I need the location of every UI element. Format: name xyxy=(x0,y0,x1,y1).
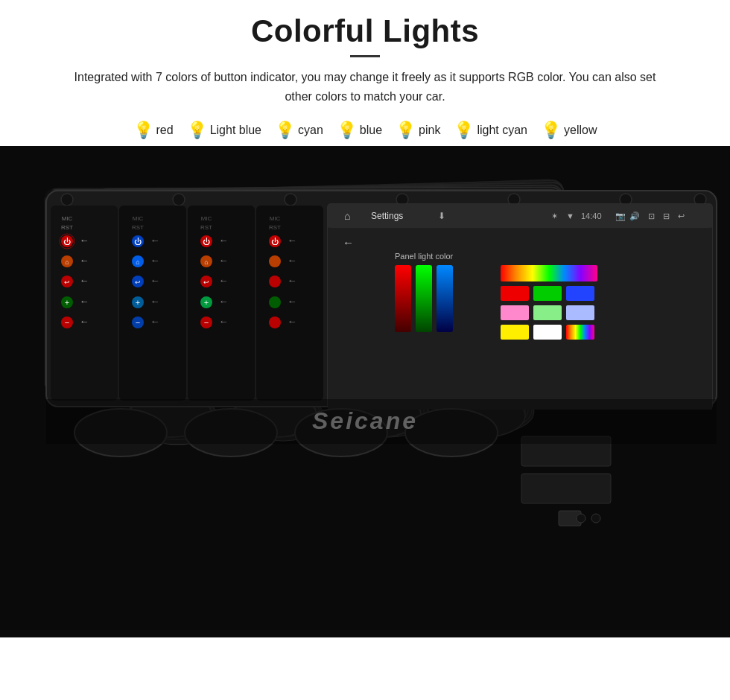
main-image-area: ← ← ← ← ← MIC RST xyxy=(0,146,730,637)
svg-text:↩: ↩ xyxy=(203,279,209,286)
red-bulb-icon: 💡 xyxy=(133,122,153,139)
color-item-pink: 💡 pink xyxy=(396,122,440,139)
svg-text:▼: ▼ xyxy=(566,211,574,220)
svg-text:MIC: MIC xyxy=(270,215,281,222)
svg-text:←: ← xyxy=(80,275,89,286)
description-text: Integrated with 7 colors of button indic… xyxy=(45,68,685,106)
svg-text:←: ← xyxy=(219,235,229,246)
svg-text:←: ← xyxy=(80,316,89,327)
svg-text:⏻: ⏻ xyxy=(63,238,71,246)
page-title: Colorful Lights xyxy=(0,13,730,49)
svg-text:←: ← xyxy=(150,235,160,246)
svg-text:RST: RST xyxy=(200,224,212,231)
svg-point-199 xyxy=(591,514,600,523)
title-divider xyxy=(350,55,380,57)
svg-text:MIC: MIC xyxy=(62,215,73,222)
svg-text:←: ← xyxy=(288,235,297,246)
pink-bulb-icon: 💡 xyxy=(396,122,416,139)
svg-text:⏻: ⏻ xyxy=(203,238,210,246)
color-item-blue: 💡 blue xyxy=(337,122,382,139)
red-label: red xyxy=(156,124,174,137)
svg-text:⌂: ⌂ xyxy=(204,258,208,266)
svg-point-158 xyxy=(269,296,281,308)
svg-rect-188 xyxy=(501,325,529,340)
svg-rect-179 xyxy=(416,265,432,332)
svg-text:↩: ↩ xyxy=(135,279,141,286)
svg-text:RST: RST xyxy=(269,224,281,231)
svg-rect-178 xyxy=(395,265,411,332)
svg-text:−: − xyxy=(65,318,69,327)
svg-text:←: ← xyxy=(288,296,297,307)
blue-bulb-icon: 💡 xyxy=(337,122,357,139)
svg-rect-185 xyxy=(501,305,529,320)
yellow-label: yellow xyxy=(564,124,597,137)
svg-text:−: − xyxy=(204,318,209,327)
svg-text:←: ← xyxy=(219,316,229,327)
svg-rect-187 xyxy=(566,305,594,320)
svg-text:⌂: ⌂ xyxy=(65,258,69,266)
color-item-yellow: 💡 yellow xyxy=(541,122,597,139)
svg-text:MIC: MIC xyxy=(201,215,212,222)
svg-text:−: − xyxy=(136,318,140,327)
pink-label: pink xyxy=(419,124,440,137)
svg-text:⌂: ⌂ xyxy=(344,210,350,222)
product-illustration: ← ← ← ← ← MIC RST xyxy=(0,146,730,637)
svg-text:+: + xyxy=(136,298,140,307)
svg-text:⊡: ⊡ xyxy=(648,211,655,220)
svg-text:⏻: ⏻ xyxy=(134,238,142,246)
lightblue-bulb-icon: 💡 xyxy=(187,122,207,139)
svg-text:⏻: ⏻ xyxy=(271,238,279,246)
svg-text:←: ← xyxy=(150,255,160,266)
blue-label: blue xyxy=(360,124,382,137)
svg-text:←: ← xyxy=(150,296,160,307)
svg-text:←: ← xyxy=(150,316,160,327)
svg-point-160 xyxy=(269,316,281,328)
svg-rect-180 xyxy=(437,265,453,332)
svg-rect-190 xyxy=(566,325,594,340)
svg-rect-181 xyxy=(501,265,597,281)
svg-rect-186 xyxy=(533,305,562,320)
svg-text:←: ← xyxy=(150,275,160,286)
color-indicators-row: 💡 red 💡 Light blue 💡 cyan 💡 blue 💡 pink … xyxy=(0,122,730,139)
svg-text:←: ← xyxy=(219,255,229,266)
color-item-cyan: 💡 cyan xyxy=(275,122,323,139)
color-item-lightblue: 💡 Light blue xyxy=(187,122,261,139)
svg-rect-184 xyxy=(566,286,594,301)
svg-text:RST: RST xyxy=(132,224,144,231)
svg-text:Seicane: Seicane xyxy=(312,407,418,434)
svg-text:⬇: ⬇ xyxy=(438,211,445,221)
svg-text:↩: ↩ xyxy=(678,211,685,220)
svg-text:←: ← xyxy=(288,275,297,286)
color-item-red: 💡 red xyxy=(133,122,174,139)
svg-rect-183 xyxy=(533,286,562,301)
svg-point-154 xyxy=(269,255,281,267)
svg-point-88 xyxy=(285,194,296,206)
svg-point-87 xyxy=(173,194,185,206)
color-item-lightcyan: 💡 light cyan xyxy=(454,122,527,139)
svg-rect-189 xyxy=(533,325,562,340)
cyan-label: cyan xyxy=(298,124,323,137)
svg-text:↩: ↩ xyxy=(64,279,70,286)
svg-text:←: ← xyxy=(343,236,354,249)
svg-text:✶: ✶ xyxy=(551,211,558,220)
svg-point-198 xyxy=(577,514,585,523)
svg-text:←: ← xyxy=(80,296,89,307)
page-container: Colorful Lights Integrated with 7 colors… xyxy=(0,0,730,700)
cyan-bulb-icon: 💡 xyxy=(275,122,295,139)
svg-text:+: + xyxy=(204,298,209,307)
svg-rect-196 xyxy=(521,474,611,503)
svg-text:🔊: 🔊 xyxy=(629,211,640,221)
svg-point-86 xyxy=(61,194,73,206)
lightcyan-bulb-icon: 💡 xyxy=(454,122,474,139)
yellow-bulb-icon: 💡 xyxy=(541,122,561,139)
svg-text:+: + xyxy=(65,298,69,307)
svg-text:←: ← xyxy=(288,255,297,266)
svg-text:⌂: ⌂ xyxy=(136,258,139,266)
svg-text:←: ← xyxy=(80,235,89,246)
svg-text:⊟: ⊟ xyxy=(663,211,670,220)
svg-text:RST: RST xyxy=(61,224,73,231)
svg-text:←: ← xyxy=(288,316,297,327)
svg-rect-182 xyxy=(501,286,529,301)
svg-text:14:40: 14:40 xyxy=(581,211,602,220)
svg-text:Settings: Settings xyxy=(371,211,403,221)
